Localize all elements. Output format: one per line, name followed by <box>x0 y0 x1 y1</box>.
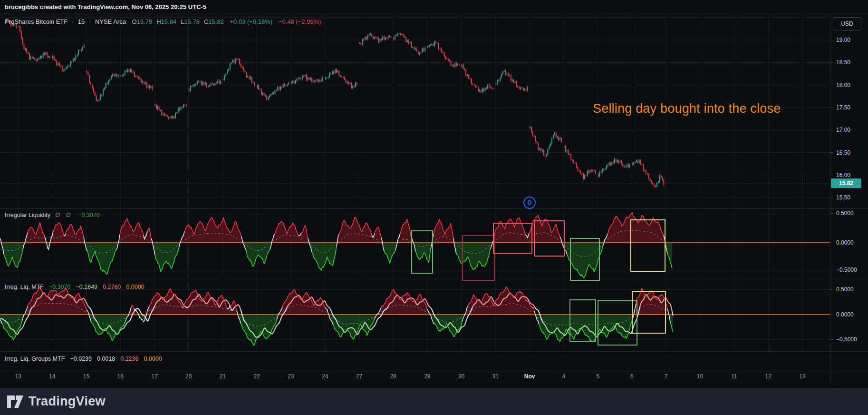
axis-tick-label: 17.50 <box>830 104 850 111</box>
axis-tick-label: 17.00 <box>830 126 850 134</box>
ohlc-letter: C <box>204 18 208 25</box>
tradingview-brand-text[interactable]: TradingView <box>29 394 106 409</box>
ohlc-value: 15.82 <box>208 18 224 25</box>
time-axis-label: 24 <box>322 370 328 383</box>
time-axis-label: 29 <box>424 370 430 383</box>
indicator-value: 0.0000 <box>126 284 144 290</box>
axis-tick-label: 16.00 <box>830 171 850 179</box>
time-axis-label: 30 <box>458 370 464 383</box>
pane-separator[interactable] <box>0 351 868 352</box>
time-axis-label: 27 <box>356 370 362 383</box>
axis-tick-label: 16.50 <box>830 149 850 157</box>
separator: · <box>69 18 76 25</box>
time-axis-label: 20 <box>185 370 192 383</box>
time-axis-label: 15 <box>83 370 89 383</box>
attribution-text: brucegibbs created with TradingView.com,… <box>5 3 206 10</box>
indicator-args: ∅ ∅ <box>55 212 73 218</box>
ohlc-letter: O <box>132 18 137 25</box>
attribution-bar: brucegibbs created with TradingView.com,… <box>0 0 868 14</box>
axis-tick-label: 0.0000 <box>830 239 854 247</box>
price-axis[interactable]: USD 15.82 19.0018.5018.0017.5017.0016.50… <box>830 14 868 383</box>
footer-bar: TradingView <box>0 388 868 415</box>
time-axis-label: Nov <box>524 370 535 383</box>
separator: · <box>87 18 93 25</box>
indicator-value: −0.3070 <box>49 284 71 290</box>
axis-tick-label: −0.5000 <box>830 266 857 274</box>
time-axis-label: 10 <box>697 370 703 383</box>
pane-separator[interactable] <box>0 208 868 209</box>
indicator-value: −0.3070 <box>78 212 100 218</box>
axis-tick-label: 0.0000 <box>830 311 854 318</box>
axis-tick-label: 0.5000 <box>830 209 854 217</box>
axis-tick-label: 19.00 <box>830 36 850 44</box>
ohlc-value: 15.78 <box>184 18 200 25</box>
indicator-row-irreg-liq-groups-mtf[interactable]: Irreg. Liq. Groups MTF−0.02390.00180.223… <box>5 356 162 362</box>
time-axis-label: 31 <box>492 370 499 383</box>
time-axis[interactable]: 131415161720212223242728293031Nov4567101… <box>0 370 868 383</box>
ohlc-value: 15.84 <box>161 18 177 25</box>
irregular-liquidity-pane[interactable] <box>0 208 830 281</box>
time-axis-label: 5 <box>596 370 599 383</box>
time-axis-label: 6 <box>630 370 634 383</box>
time-axis-label: 14 <box>49 370 55 383</box>
time-axis-label: 7 <box>665 370 668 383</box>
time-axis-label: 17 <box>151 370 157 383</box>
time-axis-label: 23 <box>288 370 294 383</box>
indicator-value: 0.2760 <box>103 284 121 290</box>
indicator-value: −0.0239 <box>70 356 92 362</box>
time-axis-label: 12 <box>765 370 772 383</box>
time-axis-label: 11 <box>731 370 737 383</box>
irreg-liq-mtf-pane[interactable] <box>0 281 830 351</box>
indicator-title[interactable]: Irreg. Liq. Groups MTF <box>5 356 65 362</box>
indicator-row-irregular-liquidity[interactable]: Irregular Liquidity∅ ∅−0.3070 <box>5 211 100 218</box>
ohlc-value: 15.79 <box>137 18 153 25</box>
time-axis-label: 21 <box>220 370 226 383</box>
tradingview-logo-icon[interactable] <box>7 395 24 408</box>
axis-tick-label: −0.5000 <box>830 336 857 343</box>
time-axis-label: 22 <box>253 370 260 383</box>
last-price-badge: 15.82 <box>831 178 861 188</box>
tradingview-screenshot: brucegibbs created with TradingView.com,… <box>0 0 868 415</box>
pane-separator[interactable] <box>0 281 868 281</box>
indicator-value: 0.2236 <box>120 356 138 362</box>
indicator-value: 0.0000 <box>144 356 162 362</box>
indicator-value: 0.0018 <box>97 356 115 362</box>
time-axis-label: 16 <box>117 370 124 383</box>
intrabar-change: +0.03 (+0.16%) <box>230 18 272 25</box>
day-change: −0.48 (−2.95%) <box>279 18 321 25</box>
symbol-title-row[interactable]: ProShares Bitcoin ETF · 15 · NYSE Arca O… <box>5 18 321 25</box>
currency-button[interactable]: USD <box>833 17 861 30</box>
axis-tick-label: 0.5000 <box>830 286 854 293</box>
indicator-title[interactable]: Irreg. Liq. MTF <box>5 284 44 290</box>
d-marker-label: D <box>528 199 532 206</box>
symbol-name[interactable]: ProShares Bitcoin ETF <box>5 18 68 25</box>
axis-tick-label: 18.50 <box>830 59 850 66</box>
ohlc-letter: H <box>156 18 161 25</box>
indicator-title[interactable]: Irregular Liquidity <box>5 212 50 218</box>
interval-label[interactable]: 15 <box>78 18 85 25</box>
text-annotation[interactable]: Selling day bought into the close <box>593 101 781 116</box>
indicator-row-irreg-liq-mtf[interactable]: Irreg. Liq. MTF−0.3070−0.16490.27600.000… <box>5 284 145 290</box>
ohlc-values: O15.79H15.84L15.78C15.82 <box>128 18 224 25</box>
time-axis-label: 13 <box>15 370 21 383</box>
axis-tick-label: 15.50 <box>830 194 850 201</box>
axis-tick-label: 18.00 <box>830 81 850 89</box>
time-axis-label: 28 <box>390 370 396 383</box>
exchange-label: NYSE Arca <box>95 18 126 25</box>
d-drawing-marker[interactable]: D <box>523 197 536 209</box>
time-axis-label: 13 <box>799 370 805 383</box>
indicator-value: −0.1649 <box>76 284 98 290</box>
time-axis-label: 4 <box>562 370 565 383</box>
